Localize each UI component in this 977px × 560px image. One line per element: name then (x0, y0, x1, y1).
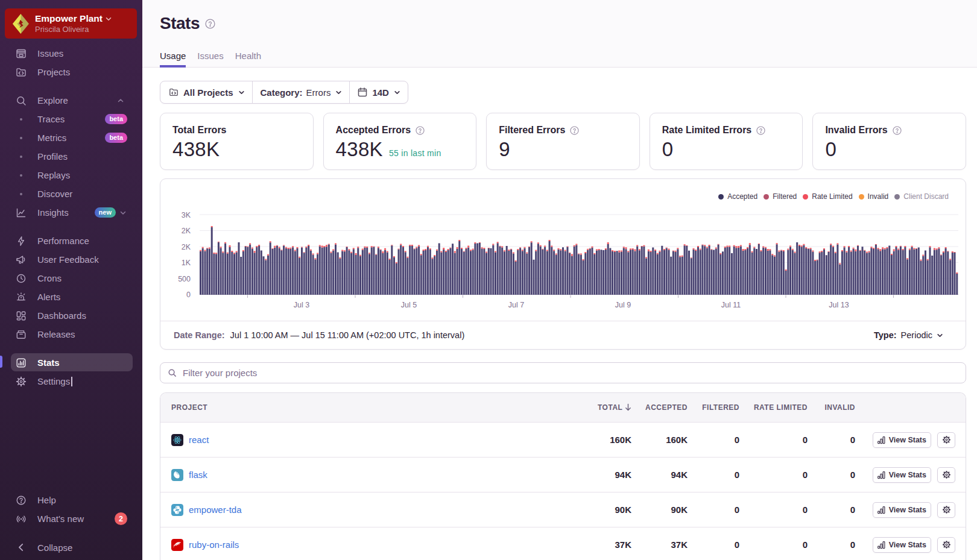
svg-text:Jul 3: Jul 3 (294, 301, 309, 309)
svg-text:Jul 11: Jul 11 (721, 301, 741, 309)
svg-text:0: 0 (186, 291, 191, 299)
svg-text:3K: 3K (182, 211, 191, 219)
svg-text:500: 500 (178, 275, 191, 283)
svg-text:2K: 2K (182, 243, 191, 251)
svg-text:Jul 9: Jul 9 (615, 301, 631, 309)
svg-text:1K: 1K (182, 259, 191, 267)
svg-text:2K: 2K (182, 227, 191, 235)
svg-text:Jul 7: Jul 7 (508, 301, 524, 309)
svg-text:Jul 5: Jul 5 (401, 301, 417, 309)
svg-text:Jul 13: Jul 13 (829, 301, 849, 309)
